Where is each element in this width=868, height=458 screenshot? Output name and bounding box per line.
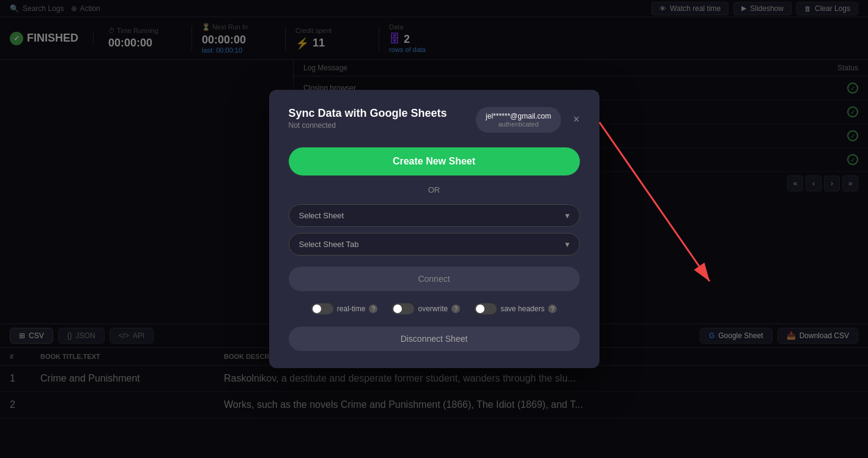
connect-button[interactable]: Connect xyxy=(289,267,580,291)
realtime-toggle-item: real-time ? xyxy=(311,303,378,314)
save-headers-toggle-knob xyxy=(476,305,484,313)
modal-subtitle: Not connected xyxy=(289,121,447,130)
modal-header: Sync Data with Google Sheets Not connect… xyxy=(289,107,580,133)
modal-overlay: Sync Data with Google Sheets Not connect… xyxy=(0,0,868,458)
save-headers-label: save headers xyxy=(500,305,544,313)
overwrite-toggle[interactable] xyxy=(392,303,414,314)
realtime-toggle[interactable] xyxy=(311,303,333,314)
select-sheet-wrapper: Select Sheet ▼ xyxy=(289,204,580,227)
overwrite-toggle-knob xyxy=(393,305,402,313)
save-headers-toggle[interactable] xyxy=(475,303,497,314)
auth-email: jel******@gmail.com xyxy=(486,112,551,120)
modal-title: Sync Data with Google Sheets xyxy=(289,107,447,120)
realtime-help-icon[interactable]: ? xyxy=(369,305,377,313)
auth-badge: jel******@gmail.com authenticated xyxy=(476,107,561,133)
select-tab-wrapper: Select Sheet Tab ▼ xyxy=(289,233,580,256)
realtime-toggle-knob xyxy=(313,305,321,313)
select-sheet-tab-dropdown[interactable]: Select Sheet Tab xyxy=(289,233,580,256)
overwrite-toggle-item: overwrite ? xyxy=(392,303,460,314)
overwrite-label: overwrite xyxy=(418,305,448,313)
select-sheet-dropdown[interactable]: Select Sheet xyxy=(289,204,580,227)
modal-close-button[interactable]: × xyxy=(573,113,580,126)
or-divider: OR xyxy=(289,185,580,194)
overwrite-help-icon[interactable]: ? xyxy=(451,305,460,313)
save-headers-toggle-item: save headers ? xyxy=(475,303,557,314)
realtime-label: real-time xyxy=(337,305,366,313)
auth-status: authenticated xyxy=(486,120,551,128)
save-headers-help-icon[interactable]: ? xyxy=(548,305,557,313)
toggles-row: real-time ? overwrite ? save headers ? xyxy=(289,303,580,314)
modal-title-block: Sync Data with Google Sheets Not connect… xyxy=(289,107,447,130)
disconnect-sheet-button[interactable]: Disconnect Sheet xyxy=(289,327,580,351)
sync-modal: Sync Data with Google Sheets Not connect… xyxy=(269,90,599,368)
create-new-sheet-button[interactable]: Create New Sheet xyxy=(289,147,580,175)
